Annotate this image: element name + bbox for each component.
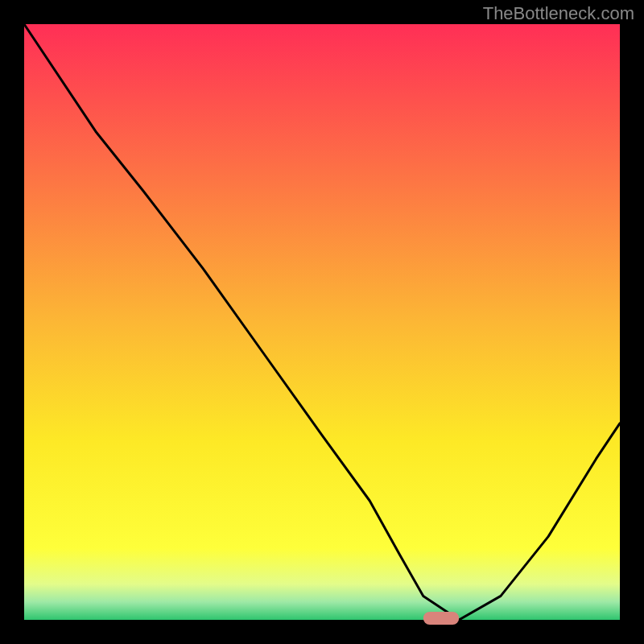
bottleneck-chart <box>0 0 644 644</box>
plot-background <box>24 24 620 620</box>
chart-container: TheBottleneck.com <box>0 0 644 644</box>
watermark-text: TheBottleneck.com <box>483 3 634 24</box>
optimal-marker <box>423 612 459 625</box>
